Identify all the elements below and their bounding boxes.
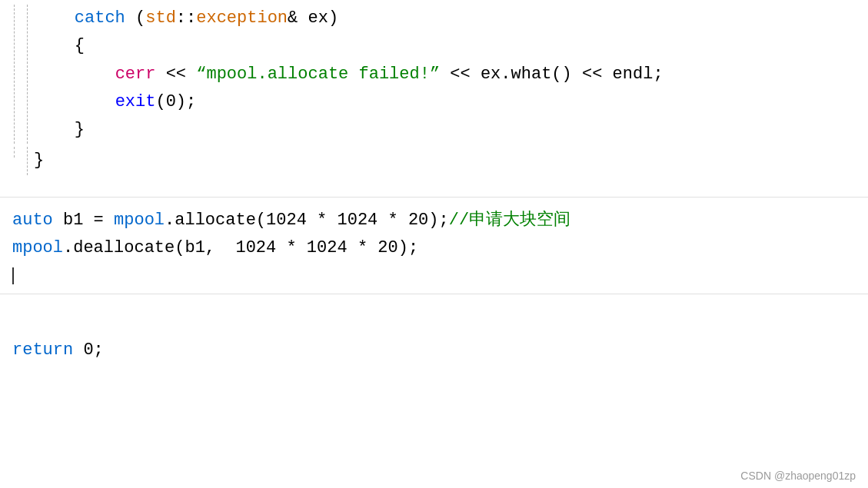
code-section-catch: catch (std::exception& ex) { cerr << “mp… [34,5,663,144]
code-closing-brace: } [34,147,44,174]
code-section-allocate: auto b1 = mpool.allocate(1024 * 1024 * 2… [12,207,868,290]
code-return: return 0; [12,337,868,364]
watermark: CSDN @zhaopeng01zp [740,470,856,482]
code-container: catch (std::exception& ex) { cerr << “mp… [0,0,868,488]
